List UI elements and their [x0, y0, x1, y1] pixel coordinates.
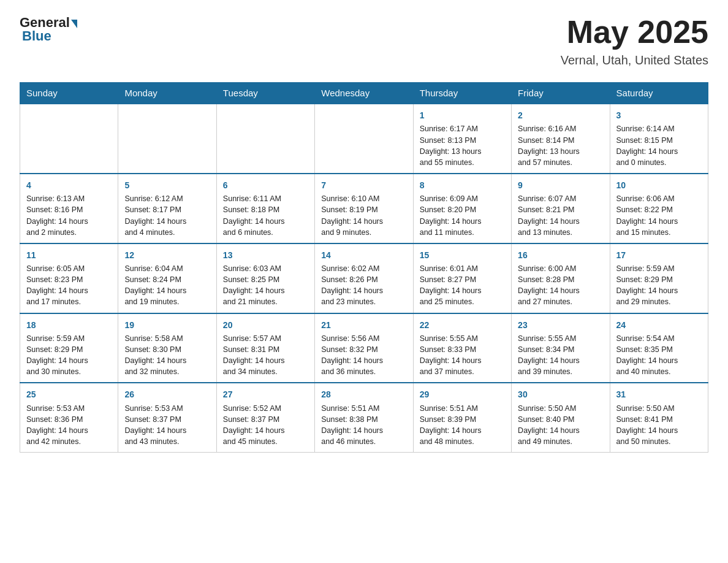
day-number: 21	[321, 319, 406, 331]
calendar-week-row: 25Sunrise: 5:53 AM Sunset: 8:36 PM Dayli…	[20, 383, 708, 452]
day-info: Sunrise: 5:54 AM Sunset: 8:35 PM Dayligh…	[616, 333, 702, 378]
day-number: 18	[26, 319, 112, 331]
day-info: Sunrise: 6:00 AM Sunset: 8:28 PM Dayligh…	[518, 263, 603, 308]
day-number: 11	[26, 249, 112, 261]
day-number: 31	[616, 388, 702, 400]
day-number: 9	[518, 179, 603, 191]
calendar-week-row: 18Sunrise: 5:59 AM Sunset: 8:29 PM Dayli…	[20, 313, 708, 383]
calendar-day-cell: 1Sunrise: 6:17 AM Sunset: 8:13 PM Daylig…	[413, 104, 511, 174]
day-number: 5	[124, 179, 210, 191]
day-number: 20	[223, 319, 308, 331]
day-info: Sunrise: 6:02 AM Sunset: 8:26 PM Dayligh…	[321, 263, 406, 308]
weekday-header-thursday: Thursday	[413, 83, 511, 104]
calendar-day-cell: 16Sunrise: 6:00 AM Sunset: 8:28 PM Dayli…	[512, 243, 610, 313]
calendar-day-cell: 25Sunrise: 5:53 AM Sunset: 8:36 PM Dayli…	[20, 383, 118, 452]
logo-arrow-icon	[71, 20, 77, 28]
day-info: Sunrise: 6:09 AM Sunset: 8:20 PM Dayligh…	[420, 193, 505, 238]
day-info: Sunrise: 6:12 AM Sunset: 8:17 PM Dayligh…	[124, 193, 210, 238]
day-number: 10	[616, 179, 702, 191]
month-title: May 2025	[561, 15, 708, 50]
calendar-day-cell: 19Sunrise: 5:58 AM Sunset: 8:30 PM Dayli…	[118, 313, 216, 383]
calendar-day-cell: 18Sunrise: 5:59 AM Sunset: 8:29 PM Dayli…	[20, 313, 118, 383]
calendar-week-row: 4Sunrise: 6:13 AM Sunset: 8:16 PM Daylig…	[20, 174, 708, 243]
calendar-day-cell: 12Sunrise: 6:04 AM Sunset: 8:24 PM Dayli…	[118, 243, 216, 313]
calendar-day-cell: 14Sunrise: 6:02 AM Sunset: 8:26 PM Dayli…	[315, 243, 413, 313]
day-number: 3	[616, 109, 702, 121]
calendar-day-cell: 23Sunrise: 5:55 AM Sunset: 8:34 PM Dayli…	[512, 313, 610, 383]
calendar-empty-cell	[118, 104, 216, 174]
calendar-day-cell: 27Sunrise: 5:52 AM Sunset: 8:37 PM Dayli…	[216, 383, 314, 452]
day-number: 26	[124, 388, 210, 400]
calendar-day-cell: 20Sunrise: 5:57 AM Sunset: 8:31 PM Dayli…	[216, 313, 314, 383]
day-info: Sunrise: 6:06 AM Sunset: 8:22 PM Dayligh…	[616, 193, 702, 238]
weekday-header-monday: Monday	[118, 83, 216, 104]
calendar-day-cell: 30Sunrise: 5:50 AM Sunset: 8:40 PM Dayli…	[512, 383, 610, 452]
day-number: 4	[26, 179, 112, 191]
title-block: May 2025 Vernal, Utah, United States	[561, 15, 708, 67]
day-info: Sunrise: 5:53 AM Sunset: 8:37 PM Dayligh…	[124, 403, 210, 448]
day-info: Sunrise: 6:10 AM Sunset: 8:19 PM Dayligh…	[321, 193, 406, 238]
day-number: 16	[518, 249, 603, 261]
calendar-day-cell: 24Sunrise: 5:54 AM Sunset: 8:35 PM Dayli…	[610, 313, 708, 383]
calendar-day-cell: 11Sunrise: 6:05 AM Sunset: 8:23 PM Dayli…	[20, 243, 118, 313]
page-header: General Blue May 2025 Vernal, Utah, Unit…	[20, 15, 708, 67]
calendar-day-cell: 15Sunrise: 6:01 AM Sunset: 8:27 PM Dayli…	[413, 243, 511, 313]
calendar-week-row: 1Sunrise: 6:17 AM Sunset: 8:13 PM Daylig…	[20, 104, 708, 174]
day-info: Sunrise: 6:11 AM Sunset: 8:18 PM Dayligh…	[223, 193, 308, 238]
day-number: 8	[420, 179, 505, 191]
calendar-day-cell: 28Sunrise: 5:51 AM Sunset: 8:38 PM Dayli…	[315, 383, 413, 452]
calendar-day-cell: 4Sunrise: 6:13 AM Sunset: 8:16 PM Daylig…	[20, 174, 118, 243]
day-info: Sunrise: 5:58 AM Sunset: 8:30 PM Dayligh…	[124, 333, 210, 378]
logo-blue-text: Blue	[20, 28, 51, 44]
day-info: Sunrise: 5:55 AM Sunset: 8:33 PM Dayligh…	[420, 333, 505, 378]
day-info: Sunrise: 5:59 AM Sunset: 8:29 PM Dayligh…	[616, 263, 702, 308]
day-info: Sunrise: 6:17 AM Sunset: 8:13 PM Dayligh…	[420, 123, 505, 168]
day-info: Sunrise: 5:57 AM Sunset: 8:31 PM Dayligh…	[223, 333, 308, 378]
day-number: 24	[616, 319, 702, 331]
day-number: 13	[223, 249, 308, 261]
calendar-day-cell: 21Sunrise: 5:56 AM Sunset: 8:32 PM Dayli…	[315, 313, 413, 383]
day-info: Sunrise: 5:52 AM Sunset: 8:37 PM Dayligh…	[223, 403, 308, 448]
calendar-day-cell: 8Sunrise: 6:09 AM Sunset: 8:20 PM Daylig…	[413, 174, 511, 243]
day-number: 23	[518, 319, 603, 331]
calendar-day-cell: 6Sunrise: 6:11 AM Sunset: 8:18 PM Daylig…	[216, 174, 314, 243]
calendar-day-cell: 31Sunrise: 5:50 AM Sunset: 8:41 PM Dayli…	[610, 383, 708, 452]
day-info: Sunrise: 6:13 AM Sunset: 8:16 PM Dayligh…	[26, 193, 112, 238]
weekday-header-wednesday: Wednesday	[315, 83, 413, 104]
calendar-day-cell: 22Sunrise: 5:55 AM Sunset: 8:33 PM Dayli…	[413, 313, 511, 383]
day-number: 6	[223, 179, 308, 191]
calendar-day-cell: 13Sunrise: 6:03 AM Sunset: 8:25 PM Dayli…	[216, 243, 314, 313]
day-info: Sunrise: 5:51 AM Sunset: 8:38 PM Dayligh…	[321, 403, 406, 448]
day-info: Sunrise: 6:04 AM Sunset: 8:24 PM Dayligh…	[124, 263, 210, 308]
day-number: 1	[420, 109, 505, 121]
calendar-table: SundayMondayTuesdayWednesdayThursdayFrid…	[20, 82, 708, 453]
day-number: 17	[616, 249, 702, 261]
calendar-day-cell: 17Sunrise: 5:59 AM Sunset: 8:29 PM Dayli…	[610, 243, 708, 313]
day-number: 7	[321, 179, 406, 191]
day-number: 12	[124, 249, 210, 261]
day-info: Sunrise: 6:07 AM Sunset: 8:21 PM Dayligh…	[518, 193, 603, 238]
calendar-header-row: SundayMondayTuesdayWednesdayThursdayFrid…	[20, 83, 708, 104]
day-number: 15	[420, 249, 505, 261]
calendar-empty-cell	[315, 104, 413, 174]
weekday-header-sunday: Sunday	[20, 83, 118, 104]
weekday-header-friday: Friday	[512, 83, 610, 104]
day-info: Sunrise: 5:51 AM Sunset: 8:39 PM Dayligh…	[420, 403, 505, 448]
day-info: Sunrise: 5:59 AM Sunset: 8:29 PM Dayligh…	[26, 333, 112, 378]
calendar-day-cell: 26Sunrise: 5:53 AM Sunset: 8:37 PM Dayli…	[118, 383, 216, 452]
day-number: 27	[223, 388, 308, 400]
calendar-empty-cell	[20, 104, 118, 174]
day-info: Sunrise: 5:56 AM Sunset: 8:32 PM Dayligh…	[321, 333, 406, 378]
day-number: 25	[26, 388, 112, 400]
calendar-day-cell: 10Sunrise: 6:06 AM Sunset: 8:22 PM Dayli…	[610, 174, 708, 243]
calendar-week-row: 11Sunrise: 6:05 AM Sunset: 8:23 PM Dayli…	[20, 243, 708, 313]
day-info: Sunrise: 6:16 AM Sunset: 8:14 PM Dayligh…	[518, 123, 603, 168]
day-number: 14	[321, 249, 406, 261]
day-info: Sunrise: 6:03 AM Sunset: 8:25 PM Dayligh…	[223, 263, 308, 308]
day-number: 29	[420, 388, 505, 400]
logo: General Blue	[20, 15, 77, 44]
calendar-day-cell: 2Sunrise: 6:16 AM Sunset: 8:14 PM Daylig…	[512, 104, 610, 174]
calendar-empty-cell	[216, 104, 314, 174]
calendar-day-cell: 7Sunrise: 6:10 AM Sunset: 8:19 PM Daylig…	[315, 174, 413, 243]
calendar-day-cell: 29Sunrise: 5:51 AM Sunset: 8:39 PM Dayli…	[413, 383, 511, 452]
